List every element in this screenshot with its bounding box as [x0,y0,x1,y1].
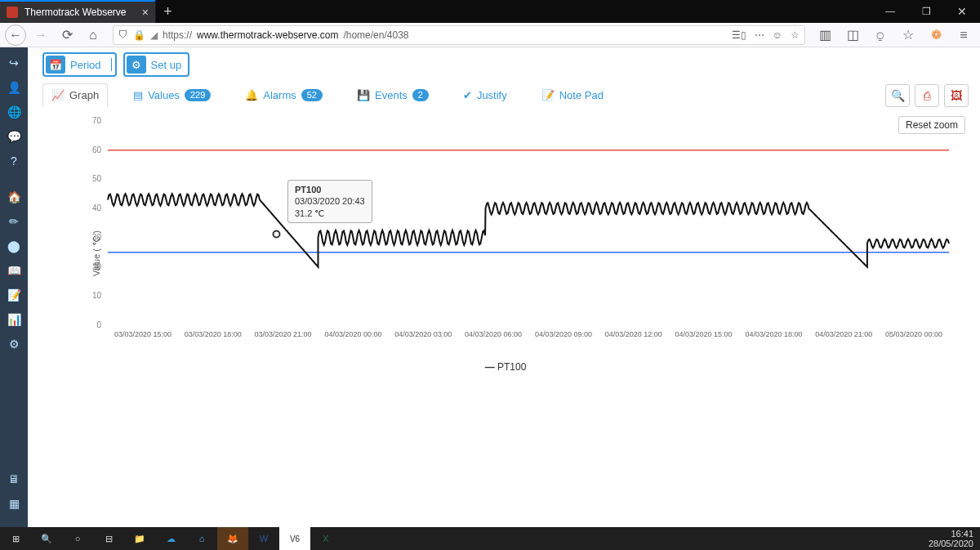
browser-titlebar: Thermotrack Webserve × + — ❐ ✕ [0,0,980,23]
sidebar-icon[interactable]: ◫ [841,25,864,46]
sidebar-monitor-icon[interactable]: 🖥 [0,467,28,491]
url-bar[interactable]: ⛉ 🔒 ◢ https://www.thermotrack-webserve.c… [113,25,805,45]
setup-label: Set up [149,59,187,71]
clock-time: 16:41 [929,529,973,539]
browser-navbar: ← → ⟳ ⌂ ⛉ 🔒 ◢ https://www.thermotrack-we… [0,23,980,47]
window-close-button[interactable]: ✕ [944,0,980,23]
svg-text:70: 70 [92,116,102,125]
svg-text:04/03/2020 18:00: 04/03/2020 18:00 [745,330,802,338]
sidebar-book-icon[interactable]: 📖 [0,258,28,283]
clock-date: 28/05/2020 [929,539,973,548]
new-tab-button[interactable]: + [155,0,180,23]
tab-events-label: Events [375,89,408,101]
addon-icon[interactable]: ❁ [924,25,947,46]
url-path: /home/en/4038 [343,29,408,41]
note-icon: 📝 [541,89,555,101]
export-image-button[interactable]: 🖼 [944,84,969,107]
taskbar-clock[interactable]: 16:41 28/05/2020 [929,529,980,548]
values-badge: 229 [185,89,211,101]
sidebar-user-icon[interactable]: 👤 [0,75,28,100]
y-axis-label: Value ( ℃ ) [91,230,102,276]
tab-events[interactable]: 💾 Events 2 [348,83,438,107]
svg-text:04/03/2020 12:00: 04/03/2020 12:00 [605,330,662,338]
firefox-icon[interactable]: 🦊 [217,527,248,550]
search-taskbar-icon[interactable]: 🔍 [31,527,62,550]
taskview-icon[interactable]: ⊟ [93,527,124,550]
svg-text:10: 10 [92,291,102,300]
svg-text:04/03/2020 09:00: 04/03/2020 09:00 [535,330,592,338]
sidebar-ball-icon[interactable]: ⬤ [0,234,28,258]
window-minimize-button[interactable]: — [872,0,908,23]
search-button[interactable]: 🔍 [885,84,910,107]
more-icon[interactable]: ⋯ [755,29,764,41]
tab-justify[interactable]: ✔ Justify [454,83,516,107]
tab-notepad[interactable]: 📝 Note Pad [532,83,612,107]
view-tabs: 📈 Graph ▤ Values 229 🔔 Alarms 52 💾 Event… [42,83,969,108]
back-button[interactable]: ← [5,25,26,46]
tab-graph[interactable]: 📈 Graph [42,83,108,107]
lock-icon: 🔒 [133,29,145,41]
sidebar-globe-icon[interactable]: 🌐 [0,100,28,124]
app1-icon[interactable]: ⌂ [186,527,217,550]
tab-alarms-label: Alarms [263,89,296,101]
sidebar-pencil-icon[interactable]: ✏ [0,209,28,234]
shield-icon: ⛉ [118,29,128,41]
gear-icon: ⚙ [127,56,146,74]
browser-tab[interactable]: Thermotrack Webserve × [0,0,155,23]
excel-icon[interactable]: X [310,527,341,550]
sidebar-dash-icon[interactable]: 📊 [0,307,28,332]
sidebar-grid-icon[interactable]: ▦ [0,491,28,516]
chart-tooltip: PT100 03/03/2020 20:43 31.2 ℃ [287,180,372,223]
sidebar-settings-icon[interactable]: ⚙ [0,332,28,356]
sidebar-help-icon[interactable]: ? [0,149,28,173]
graph-icon: 📈 [51,89,65,101]
start-button[interactable]: ⊞ [0,527,31,550]
sidebar-chat-icon[interactable]: 💬 [0,124,28,149]
cortana-icon[interactable]: ○ [62,527,93,550]
cloud-icon[interactable]: ☁ [155,527,186,550]
sidebar-home-icon[interactable]: 🏠 [0,185,28,209]
tab-values[interactable]: ▤ Values 229 [124,83,220,107]
menu-icon[interactable]: ≡ [952,25,975,46]
explorer-icon[interactable]: 📁 [124,527,155,550]
svg-text:40: 40 [92,203,102,212]
window-maximize-button[interactable]: ❐ [908,0,944,23]
reader-icon[interactable]: ☰▯ [732,29,746,41]
bell-icon: 🔔 [245,89,258,101]
star2-icon[interactable]: ☆ [897,25,920,46]
period-button[interactable]: 📅 Period [42,52,117,77]
svg-text:03/03/2020 18:00: 03/03/2020 18:00 [185,330,242,338]
svg-text:04/03/2020 00:00: 04/03/2020 00:00 [324,330,381,338]
setup-button[interactable]: ⚙ Set up [123,52,190,77]
disk-icon: 💾 [357,89,370,101]
reset-zoom-button[interactable]: Reset zoom [898,116,965,134]
tooltip-value: 31.2 ℃ [295,208,365,219]
app2-icon[interactable]: V6 [279,527,310,550]
export-pdf-button[interactable]: ⎙ [915,84,939,107]
tab-alarms[interactable]: 🔔 Alarms 52 [236,83,332,107]
svg-text:05/03/2020 00:00: 05/03/2020 00:00 [885,330,942,338]
bookmark-star-icon[interactable]: ☆ [791,29,800,41]
tab-close-icon[interactable]: × [142,6,149,19]
check-icon: ✔ [463,89,472,101]
forward-button[interactable]: → [29,25,52,46]
account-icon[interactable]: ⍜ [869,25,892,46]
list-icon: ▤ [133,89,143,101]
chart-container: Reset zoom 01020304050607003/03/2020 15:… [42,113,969,373]
legend-label: PT100 [497,361,526,373]
sidebar-logout-icon[interactable]: ↪ [0,51,28,75]
word-icon[interactable]: W [248,527,279,550]
tooltip-series: PT100 [295,184,365,195]
protection-icon[interactable]: ☺ [773,29,782,41]
sidebar-edit-icon[interactable]: 📝 [0,283,28,307]
events-badge: 2 [412,89,429,101]
library-icon[interactable]: ▥ [813,25,836,46]
home-button[interactable]: ⌂ [82,25,105,46]
calendar-icon: 📅 [46,56,65,74]
url-prefix: https:// [163,29,192,41]
svg-text:04/03/2020 21:00: 04/03/2020 21:00 [815,330,872,338]
windows-taskbar: ⊞ 🔍 ○ ⊟ 📁 ☁ ⌂ 🦊 W V6 X 16:41 28/05/2020 [0,527,980,550]
reload-button[interactable]: ⟳ [56,25,78,46]
svg-text:50: 50 [92,174,102,183]
temperature-line-chart[interactable]: 01020304050607003/03/2020 15:0003/03/202… [42,113,957,358]
